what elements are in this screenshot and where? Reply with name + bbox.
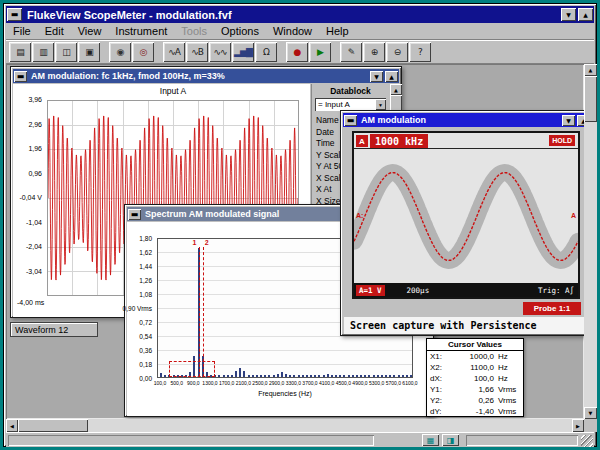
scroll-right-icon: ▶ <box>576 423 580 429</box>
waveform-y-tick: -2,04 <box>26 243 42 250</box>
multimeter-status-icon[interactable]: ◨ <box>442 434 459 446</box>
control-menu-icon: ▬ <box>131 210 139 219</box>
minimize-icon: ▼ <box>566 11 571 18</box>
resize-grip[interactable] <box>581 435 593 447</box>
scope-window-titlebar[interactable]: ▬ AM modulation ▼ ▲ <box>343 113 584 127</box>
horizontal-scrollbar[interactable]: ◀ ▶ <box>6 419 584 432</box>
status-message-panel <box>8 435 374 446</box>
help-button[interactable]: ? <box>409 42 431 62</box>
toolbar-separator <box>332 42 339 62</box>
mdi-workspace: ▬ AM modulation: fc 1kHz, fmod 100Hz, m=… <box>6 64 584 419</box>
menu-file[interactable]: File <box>6 24 38 38</box>
cursor-value-unit: Hz <box>494 363 520 372</box>
cursor-value-row: X2:1100,0Hz <box>427 362 523 373</box>
cursor-value-row: Y2:0,26Vrms <box>427 395 523 406</box>
child-maximize-button[interactable]: ▲ <box>385 71 398 82</box>
spectrum-x-tick: 2900,0 <box>269 380 284 386</box>
child-control-menu-button[interactable]: ▬ <box>128 209 141 220</box>
spectrum-x-tick: 3700,0 <box>302 380 317 386</box>
spectrum-y-tick: 0,90 Vrms <box>123 305 152 312</box>
cursor-marker-1[interactable]: 1 <box>193 239 197 246</box>
scroll-up-icon: ▲ <box>394 87 398 93</box>
capture-waveform-button[interactable]: ◎ <box>132 42 154 62</box>
save-button[interactable]: ▥ <box>32 42 54 62</box>
open-button[interactable]: ▤ <box>9 42 31 62</box>
child-control-menu-button[interactable]: ▬ <box>14 71 27 82</box>
cursor-value-row: dX:100,0Hz <box>427 373 523 384</box>
cursor-value-number: 0,26 <box>446 396 494 405</box>
waveform-ab-button[interactable]: ∿∿ <box>209 42 231 62</box>
scroll-up-button[interactable]: ▲ <box>390 84 402 95</box>
spectrum-cursor-line[interactable] <box>203 247 204 377</box>
spectrum-x-tick: 3300,0 <box>286 380 301 386</box>
scrollbar-thumb[interactable] <box>584 76 597 122</box>
waveform-y-tick: -3,04 <box>26 268 42 275</box>
toolbar: ▤▥◫▣◉◎∿A∿B∿∿▂▅▇Ω●▶✎⊕⊖? <box>6 40 594 64</box>
title-bar[interactable]: ▬ FlukeView ScopeMeter - modulation.fvf … <box>6 6 594 23</box>
menu-options[interactable]: Options <box>214 24 266 38</box>
menu-edit[interactable]: Edit <box>38 24 71 38</box>
spectrum-x-tick: 4100,0 <box>319 380 334 386</box>
spectrum-y-tick: 0,18 <box>139 361 152 368</box>
waveform-b-button[interactable]: ∿B <box>186 42 208 62</box>
scope-top-readout: A 1000 kHz HOLD <box>354 133 578 149</box>
cursor-value-unit: Vrms <box>494 385 520 394</box>
cursor-value-row: Y1:1,66Vrms <box>427 384 523 395</box>
cursor-value-label: dY: <box>430 407 446 416</box>
menu-help[interactable]: Help <box>319 24 356 38</box>
scroll-left-button[interactable]: ◀ <box>6 419 18 432</box>
menu-window[interactable]: Window <box>266 24 319 38</box>
channel-a-right-marker: A <box>571 212 576 219</box>
print-preview-button[interactable]: ▣ <box>78 42 100 62</box>
cursor-values-rows: X1:1000,0HzX2:1100,0HzdX:100,0HzY1:1,66V… <box>427 351 523 417</box>
record-button[interactable]: ● <box>286 42 308 62</box>
waveform-a-button[interactable]: ∿A <box>163 42 185 62</box>
zoom-out-button[interactable]: ⊖ <box>386 42 408 62</box>
vertical-scrollbar[interactable]: ▲ ▼ <box>584 64 597 419</box>
menu-view[interactable]: View <box>71 24 109 38</box>
cursor-values-panel: Cursor Values X1:1000,0HzX2:1100,0HzdX:1… <box>426 338 524 417</box>
maximize-button[interactable]: ▲ <box>578 8 593 21</box>
scroll-down-icon: ▼ <box>589 410 593 416</box>
spectrum-y-tick: 1,26 <box>139 277 152 284</box>
waveform-x-start-label: -4,00 ms <box>17 299 44 306</box>
hold-badge: HOLD <box>549 135 575 146</box>
range-badge: A=1 V <box>356 285 385 296</box>
child-minimize-button[interactable]: ▼ <box>562 115 575 126</box>
waveform-window-titlebar[interactable]: ▬ AM modulation: fc 1kHz, fmod 100Hz, m=… <box>13 69 399 83</box>
scrollbar-thumb[interactable] <box>18 419 88 432</box>
spectrum-button[interactable]: ▂▅▇ <box>232 42 254 62</box>
scroll-up-icon: ▲ <box>589 67 593 73</box>
maximize-icon: ▲ <box>583 11 588 18</box>
waveform-y-tick: -0,04 V <box>19 194 42 201</box>
waveform-y-tick: 0,96 <box>28 170 42 177</box>
minimize-button[interactable]: ▼ <box>561 8 576 21</box>
cursor-value-number: -1,40 <box>446 407 494 416</box>
spectrum-x-tick: 5700,0 <box>386 380 401 386</box>
spectrum-y-axis: 1,801,621,441,261,080,90 Vrms0,720,540,3… <box>127 238 155 378</box>
minimized-waveform-window[interactable]: Waveform 12 <box>10 322 98 337</box>
scroll-down-button[interactable]: ▼ <box>584 407 597 419</box>
channel-a-left-marker: A: <box>356 212 363 219</box>
control-menu-button[interactable]: ▬ <box>7 8 22 21</box>
meter-reading-button[interactable]: Ω <box>255 42 277 62</box>
child-minimize-button[interactable]: ▼ <box>370 71 383 82</box>
cursor-marker-2[interactable]: 2 <box>205 239 209 246</box>
scroll-up-button[interactable]: ▲ <box>584 64 597 76</box>
notes-button[interactable]: ✎ <box>340 42 362 62</box>
print-button[interactable]: ◫ <box>55 42 77 62</box>
control-menu-icon: ▬ <box>347 116 355 125</box>
chevron-down-icon[interactable]: ▼ <box>375 99 386 110</box>
spectrum-x-tick: 100,0 <box>154 380 167 386</box>
spectrum-y-tick: 1,08 <box>139 291 152 298</box>
screen-capture-button[interactable]: ◉ <box>109 42 131 62</box>
scopemeter-status-icon[interactable]: ▦ <box>422 434 439 446</box>
spectrum-cursor-line[interactable] <box>199 247 200 377</box>
menu-instrument[interactable]: Instrument <box>108 24 174 38</box>
scope-capture-window[interactable]: ▬ AM modulation ▼ ▲ A 1000 kHz HOLD A: <box>340 110 584 336</box>
scroll-right-button[interactable]: ▶ <box>572 419 584 432</box>
replay-button[interactable]: ▶ <box>309 42 331 62</box>
zoom-in-button[interactable]: ⊕ <box>363 42 385 62</box>
child-control-menu-button[interactable]: ▬ <box>344 115 357 126</box>
child-maximize-button[interactable]: ▲ <box>577 115 584 126</box>
